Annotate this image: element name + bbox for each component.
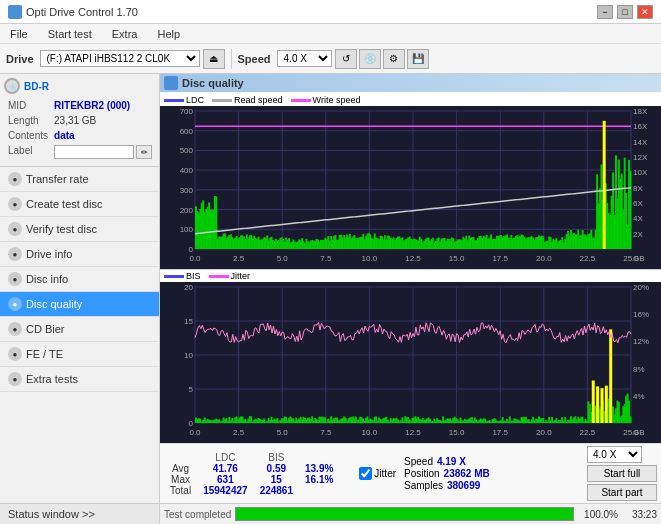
read-speed-legend-color bbox=[212, 99, 232, 102]
drive-combo: (F:) ATAPI iHBS112 2 CL0K ⏏ bbox=[40, 49, 225, 69]
fe-te-icon: ● bbox=[8, 347, 22, 361]
total-jitter-empty bbox=[299, 485, 339, 496]
disc-panel: 💿 BD-R MID RITEKBR2 (000) Length 23,31 G… bbox=[0, 74, 159, 167]
disc-quality-title: Disc quality bbox=[160, 74, 661, 92]
drive-bar: Drive (F:) ATAPI iHBS112 2 CL0K ⏏ Speed … bbox=[0, 44, 661, 74]
extra-tests-icon: ● bbox=[8, 372, 22, 386]
stats-table: LDC BIS Avg 41.76 0.59 13.9% bbox=[164, 452, 351, 496]
status-window-button[interactable]: Status window >> bbox=[0, 503, 159, 524]
charts-wrapper: LDC Read speed Write speed bbox=[160, 94, 661, 443]
start-full-button[interactable]: Start full bbox=[587, 465, 657, 482]
menu-start-test[interactable]: Start test bbox=[42, 27, 98, 41]
avg-bis: 0.59 bbox=[254, 463, 299, 474]
speed-stat-select[interactable]: 4.0 X bbox=[587, 446, 642, 463]
disc-info-table: MID RITEKBR2 (000) Length 23,31 GB Conte… bbox=[4, 97, 156, 162]
col-header-ldc: LDC bbox=[197, 452, 254, 463]
drive-info-icon: ● bbox=[8, 247, 22, 261]
close-button[interactable]: ✕ bbox=[637, 5, 653, 19]
progress-bar-fill bbox=[236, 508, 573, 520]
drive-select[interactable]: (F:) ATAPI iHBS112 2 CL0K bbox=[40, 50, 200, 67]
legend-read-speed: Read speed bbox=[212, 95, 283, 105]
progress-percent: 100.0% bbox=[578, 509, 618, 520]
max-jitter: 16.1% bbox=[299, 474, 339, 485]
sidebar-item-label: Disc quality bbox=[26, 298, 82, 310]
menu-extra[interactable]: Extra bbox=[106, 27, 144, 41]
ldc-chart bbox=[160, 106, 661, 269]
samples-label: Samples bbox=[404, 480, 443, 491]
disc-quality-label: Disc quality bbox=[182, 77, 244, 89]
titlebar-left: Opti Drive Control 1.70 bbox=[8, 5, 138, 19]
jitter-checkbox[interactable] bbox=[359, 467, 372, 480]
progress-area: Test completed 100.0% 33:23 bbox=[160, 503, 661, 524]
minimize-button[interactable]: − bbox=[597, 5, 613, 19]
label-input-group: ✏ bbox=[54, 145, 152, 159]
sidebar-item-drive-info[interactable]: ● Drive info bbox=[0, 242, 159, 267]
legend-jitter: Jitter bbox=[209, 271, 251, 281]
sidebar-item-label: Extra tests bbox=[26, 373, 78, 385]
speed-disc-button[interactable]: 💿 bbox=[359, 49, 381, 69]
col-header-jitter-space bbox=[299, 452, 339, 463]
menu-help[interactable]: Help bbox=[151, 27, 186, 41]
max-label: Max bbox=[164, 474, 197, 485]
start-part-button[interactable]: Start part bbox=[587, 484, 657, 501]
app-icon bbox=[8, 5, 22, 19]
sidebar: 💿 BD-R MID RITEKBR2 (000) Length 23,31 G… bbox=[0, 74, 160, 524]
label-input-cell: ✏ bbox=[52, 144, 154, 160]
progress-bar bbox=[235, 507, 574, 521]
speed-buttons: ↺ 💿 ⚙ 💾 bbox=[335, 49, 429, 69]
menu-file[interactable]: File bbox=[4, 27, 34, 41]
chart1-legend: LDC Read speed Write speed bbox=[160, 94, 661, 106]
speed-row: Speed 4.19 X bbox=[404, 456, 490, 467]
label-input[interactable] bbox=[54, 145, 134, 159]
sidebar-item-disc-info[interactable]: ● Disc info bbox=[0, 267, 159, 292]
sidebar-item-verify-test-disc[interactable]: ● Verify test disc bbox=[0, 217, 159, 242]
stats-row: LDC BIS Avg 41.76 0.59 13.9% bbox=[164, 446, 657, 501]
eject-button[interactable]: ⏏ bbox=[203, 49, 225, 69]
drive-label: Drive bbox=[6, 53, 34, 65]
contents-value: data bbox=[52, 129, 154, 142]
label-field-label: Label bbox=[6, 144, 50, 160]
chart1-container: LDC Read speed Write speed bbox=[160, 94, 661, 270]
sidebar-item-cd-bier[interactable]: ● CD Bier bbox=[0, 317, 159, 342]
jitter-checkbox-label: Jitter bbox=[374, 468, 396, 479]
ldc-legend-color bbox=[164, 99, 184, 102]
verify-test-disc-icon: ● bbox=[8, 222, 22, 236]
sidebar-item-label: Create test disc bbox=[26, 198, 102, 210]
jitter-checkbox-row: Jitter bbox=[359, 467, 396, 480]
total-label: Total bbox=[164, 485, 197, 496]
jitter-legend-color bbox=[209, 275, 229, 278]
main-layout: 💿 BD-R MID RITEKBR2 (000) Length 23,31 G… bbox=[0, 74, 661, 524]
sidebar-item-create-test-disc[interactable]: ● Create test disc bbox=[0, 192, 159, 217]
cd-bier-icon: ● bbox=[8, 322, 22, 336]
total-ldc: 15942427 bbox=[197, 485, 254, 496]
app-title: Opti Drive Control 1.70 bbox=[26, 6, 138, 18]
sidebar-item-label: FE / TE bbox=[26, 348, 63, 360]
speed-select-row: 4.0 X bbox=[587, 446, 657, 463]
speed-select[interactable]: 4.0 X 2.0 X 6.0 X 8.0 X bbox=[277, 50, 332, 67]
speed-save-button[interactable]: 💾 bbox=[407, 49, 429, 69]
col-header-jitter bbox=[339, 452, 351, 463]
contents-label: Contents bbox=[6, 129, 50, 142]
disc-info-icon: ● bbox=[8, 272, 22, 286]
disc-quality-icon bbox=[164, 76, 178, 90]
sidebar-item-transfer-rate[interactable]: ● Transfer rate bbox=[0, 167, 159, 192]
speed-refresh-button[interactable]: ↺ bbox=[335, 49, 357, 69]
length-label: Length bbox=[6, 114, 50, 127]
bis-legend-label: BIS bbox=[186, 271, 201, 281]
sidebar-item-label: Transfer rate bbox=[26, 173, 89, 185]
nav-items: ● Transfer rate ● Create test disc ● Ver… bbox=[0, 167, 159, 503]
label-edit-button[interactable]: ✏ bbox=[136, 145, 152, 159]
avg-label: Avg bbox=[164, 463, 197, 474]
speed-settings-button[interactable]: ⚙ bbox=[383, 49, 405, 69]
write-speed-legend-label: Write speed bbox=[313, 95, 361, 105]
speed-combo: 4.0 X 2.0 X 6.0 X 8.0 X ↺ 💿 ⚙ 💾 bbox=[277, 49, 429, 69]
legend-ldc: LDC bbox=[164, 95, 204, 105]
length-value: 23,31 GB bbox=[52, 114, 154, 127]
stats-area: LDC BIS Avg 41.76 0.59 13.9% bbox=[160, 443, 661, 503]
maximize-button[interactable]: □ bbox=[617, 5, 633, 19]
max-bis: 15 bbox=[254, 474, 299, 485]
sidebar-item-disc-quality[interactable]: ● Disc quality bbox=[0, 292, 159, 317]
sidebar-item-label: Verify test disc bbox=[26, 223, 97, 235]
sidebar-item-fe-te[interactable]: ● FE / TE bbox=[0, 342, 159, 367]
sidebar-item-extra-tests[interactable]: ● Extra tests bbox=[0, 367, 159, 392]
